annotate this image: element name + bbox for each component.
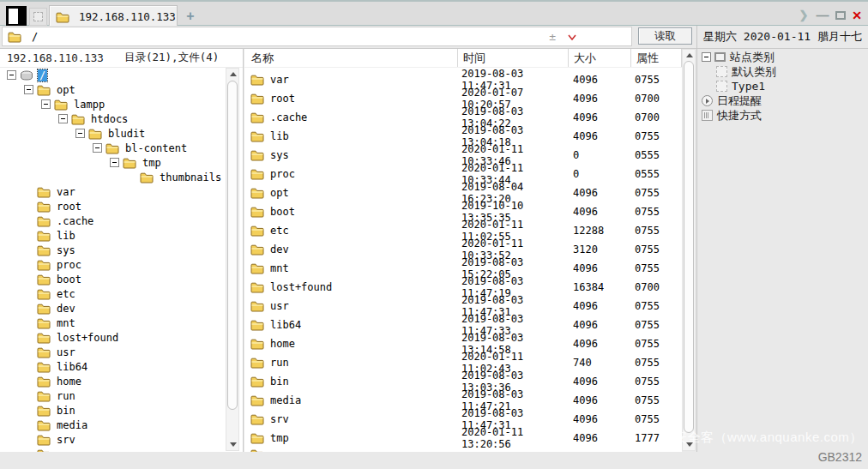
scroll-down-icon[interactable] (683, 439, 695, 449)
file-row[interactable]: sys2020-01-11 10:33:4600555 (244, 143, 682, 162)
file-name: sys (244, 149, 457, 161)
tree-item-bin[interactable]: bin (0, 403, 243, 418)
collapse-icon[interactable] (58, 114, 68, 123)
file-name: opt (244, 187, 457, 199)
file-row[interactable]: srv2019-08-03 11:47:3140960755 (244, 407, 682, 426)
host-label: 192.168.110.133 (7, 51, 104, 64)
tree-label: opt (55, 84, 77, 96)
file-row[interactable]: etc2020-01-11 11:02:55122880755 (244, 219, 682, 238)
site-item-日程提醒[interactable]: 日程提醒 (697, 93, 868, 108)
scroll-down-icon[interactable] (226, 439, 238, 449)
tree-item-lampp[interactable]: lampp (0, 97, 243, 111)
file-size: 4096 (568, 262, 630, 274)
file-row[interactable]: proc2020-01-11 10:33:4400555 (244, 162, 682, 181)
tree-item-home[interactable]: home (0, 374, 243, 388)
file-row[interactable]: lib2019-08-03 13:04:1840960755 (244, 124, 682, 143)
file-row[interactable]: .cache2019-08-03 13:04:2240960700 (244, 105, 682, 124)
file-row[interactable]: media2019-08-03 11:47:2140960755 (244, 388, 682, 407)
file-name-label: tmp (270, 432, 289, 444)
file-row[interactable]: mnt2019-08-03 15:22:0540960755 (244, 256, 682, 275)
file-row[interactable]: opt2019-08-04 16:23:2040960755 (244, 181, 682, 200)
tree-item-sys[interactable]: sys (0, 243, 243, 257)
adjust-icon[interactable]: ± (549, 30, 556, 43)
tree-item-etc[interactable]: etc (0, 286, 243, 301)
file-row[interactable]: lost+found2019-08-03 11:47:19163840700 (244, 275, 682, 294)
column-name[interactable]: 名称 (244, 49, 457, 67)
collapse-icon[interactable] (93, 143, 102, 153)
file-row[interactable]: root2020-01-07 10:20:5740960700 (244, 87, 682, 105)
tree-item-.cache[interactable]: .cache (0, 213, 243, 228)
file-attr: 1777 (630, 432, 682, 444)
tree-item-var[interactable]: var (0, 184, 243, 199)
file-row[interactable]: var2019-08-03 11:47:3140960755 (244, 68, 682, 87)
tree-item-mnt[interactable]: mnt (0, 316, 243, 330)
tree-item-media[interactable]: media (0, 418, 243, 432)
read-button[interactable]: 读取 (638, 27, 692, 45)
tree-item-thumbnails[interactable]: thumbnails (0, 170, 243, 184)
collapse-icon[interactable] (110, 158, 119, 167)
site-item-默认类别[interactable]: 默认类别 (697, 64, 868, 79)
file-size: 12288 (568, 225, 630, 237)
column-attr[interactable]: 属性 (630, 49, 682, 67)
file-row[interactable]: home2019-08-03 13:14:5840960755 (244, 332, 682, 351)
tree-item-boot[interactable]: boot (0, 272, 243, 286)
minimize-button[interactable]: — (815, 8, 830, 23)
site-item-快捷方式[interactable]: 快捷方式 (697, 108, 868, 123)
collapse-icon[interactable] (41, 99, 51, 109)
tree-item-bl-content[interactable]: bl-content (0, 141, 243, 155)
tree-item-root[interactable]: root (0, 199, 243, 213)
collapse-icon[interactable] (24, 85, 33, 94)
tree-list-divider[interactable] (243, 48, 244, 452)
dashed-icon (716, 81, 727, 92)
file-row[interactable]: bin2019-08-03 13:03:3640960755 (244, 370, 682, 388)
file-row[interactable]: run2020-01-11 11:02:437400755 (244, 351, 682, 370)
folder-icon (250, 319, 264, 331)
file-list-scrollbar[interactable] (682, 49, 696, 451)
tree-item-lib64[interactable]: lib64 (0, 359, 243, 374)
file-row[interactable]: usr2019-08-03 11:47:3140960755 (244, 294, 682, 313)
tab-host[interactable]: 192.168.110.133 (49, 5, 178, 27)
tree-item-htdocs[interactable]: htdocs (0, 111, 243, 126)
tree-item-srv[interactable]: srv (0, 432, 243, 447)
tree-panel-header: 192.168.110.133 目录(21),文件(4) (0, 49, 243, 68)
file-row[interactable]: dev2020-01-11 10:33:5231200755 (244, 238, 682, 256)
tree-item-run[interactable]: run (0, 388, 243, 403)
scrollbar-thumb[interactable] (684, 61, 694, 433)
new-tab-button[interactable]: + (178, 5, 202, 27)
expand-icon[interactable]: ❯ (796, 8, 811, 23)
tab-bar: 192.168.110.133 + ❯ — ✕ (0, 2, 868, 26)
file-name: usr (244, 300, 457, 312)
tree-item-/[interactable]: / (0, 68, 243, 82)
path-input[interactable]: / ± (2, 27, 632, 46)
file-row[interactable]: tmp2020-01-11 13:20:5640961777 (244, 426, 682, 445)
column-size[interactable]: 大小 (568, 49, 630, 67)
maximize-button[interactable] (833, 8, 848, 23)
scroll-up-icon[interactable] (683, 51, 695, 61)
scrollbar-thumb[interactable] (227, 81, 238, 410)
tree-item-lost+found[interactable]: lost+found (0, 330, 243, 345)
file-row[interactable]: boot2019-10-10 13:35:3540960755 (244, 200, 682, 219)
folder-icon (37, 201, 51, 213)
column-time[interactable]: 时间 (457, 49, 568, 67)
collapse-icon[interactable] (75, 129, 85, 138)
tree-scrollbar[interactable] (226, 68, 239, 451)
file-row[interactable]: lib642019-08-03 11:47:3340960755 (244, 313, 682, 332)
collapse-icon[interactable] (7, 70, 16, 80)
tree-item-bludit[interactable]: bludit (0, 126, 243, 141)
tree-item-tmp[interactable]: tmp (0, 155, 243, 170)
collapse-icon[interactable] (702, 52, 711, 62)
inactive-tab-button[interactable] (29, 8, 47, 26)
close-button[interactable]: ✕ (849, 8, 865, 23)
path-dropdown-icon[interactable] (568, 34, 576, 40)
tree-item-opt[interactable]: opt (0, 82, 243, 97)
tree-item-usr[interactable]: usr (0, 345, 243, 359)
tree-item-lib[interactable]: lib (0, 228, 243, 243)
file-size: 4096 (568, 130, 630, 142)
folder-icon (123, 157, 136, 169)
file-attr: 0700 (630, 281, 682, 293)
site-item-Type1[interactable]: Type1 (697, 79, 868, 93)
tree-item-proc[interactable]: proc (0, 257, 243, 272)
tree-item-dev[interactable]: dev (0, 301, 243, 316)
scroll-up-icon[interactable] (226, 69, 238, 80)
site-item-站点类别[interactable]: 站点类别 (697, 50, 868, 64)
